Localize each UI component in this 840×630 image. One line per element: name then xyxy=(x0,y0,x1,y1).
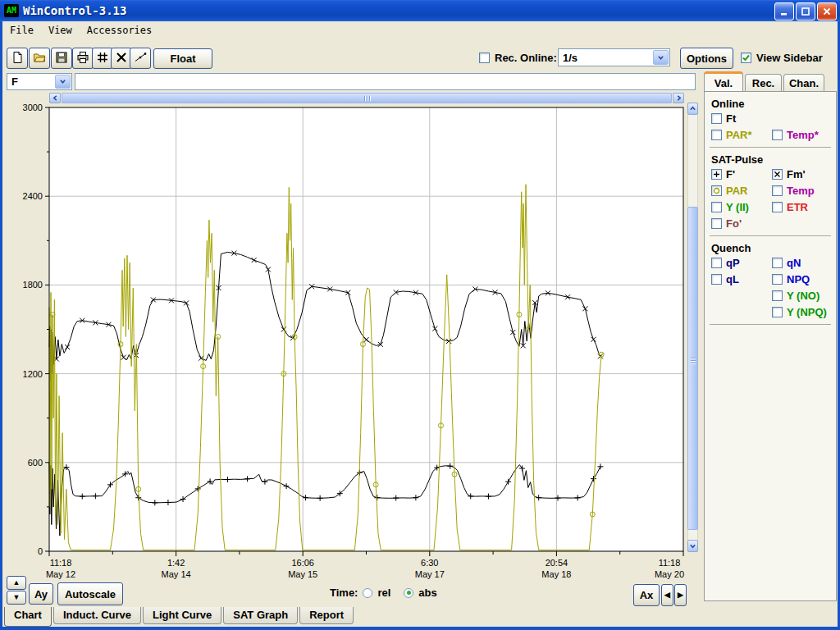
checkbox-etr[interactable] xyxy=(772,202,783,212)
interval-combobox[interactable]: 1/s xyxy=(558,48,670,66)
svg-text:May 12: May 12 xyxy=(46,569,75,579)
group-title-online: Online xyxy=(711,98,836,110)
label-npq: NPQ xyxy=(787,273,810,285)
menu-file[interactable]: File xyxy=(2,23,41,38)
label-temp: Temp xyxy=(787,185,815,197)
y-scale-down-button[interactable]: ▼ xyxy=(7,591,26,605)
tab-sat-graph[interactable]: SAT Graph xyxy=(223,607,298,624)
new-file-button[interactable] xyxy=(7,48,28,69)
time-rel-radio[interactable] xyxy=(363,588,372,598)
checkbox-qn[interactable] xyxy=(772,258,783,268)
group-title-sat-pulse: SAT-Pulse xyxy=(711,153,836,166)
interval-dropdown-button[interactable] xyxy=(653,50,669,65)
chevron-right-icon xyxy=(676,95,682,101)
h-thumb-grip xyxy=(364,95,370,101)
float-button-label: Float xyxy=(170,52,195,65)
checkbox-temp[interactable] xyxy=(772,185,783,196)
sidebar-tab-rec[interactable]: Rec. xyxy=(745,74,782,92)
menu-view[interactable]: View xyxy=(41,23,80,38)
sidebar-tab-val[interactable]: Val. xyxy=(704,71,743,92)
tab-light-curve[interactable]: Light Curve xyxy=(143,607,221,624)
group-title-quench: Quench xyxy=(711,242,836,254)
checkbox-row: PARTemp xyxy=(711,185,836,197)
save-icon xyxy=(55,51,68,66)
tab-report[interactable]: Report xyxy=(299,607,354,624)
x-scroll-left-button[interactable]: ◀ xyxy=(661,584,673,606)
checkbox-row: qPqN xyxy=(711,257,836,269)
checkbox-fm[interactable] xyxy=(772,169,783,180)
h-scroll-right-button[interactable] xyxy=(673,93,684,103)
checkbox-row: Y (NO) xyxy=(711,290,836,302)
channel-selector[interactable]: F xyxy=(7,73,72,90)
maximize-button[interactable] xyxy=(796,2,815,21)
checkbox-par[interactable] xyxy=(711,130,722,140)
svg-text:1800: 1800 xyxy=(23,280,43,290)
checkbox-yno[interactable] xyxy=(772,290,783,301)
h-scrollbar-thumb[interactable] xyxy=(62,93,672,103)
chart-v-scrollbar[interactable] xyxy=(687,103,698,552)
checkbox-ft[interactable] xyxy=(711,113,722,124)
ay-button[interactable]: Ay xyxy=(29,583,53,605)
checkbox-f[interactable] xyxy=(711,169,722,180)
v-scrollbar-thumb[interactable] xyxy=(687,207,698,530)
x-scroll-right-button[interactable]: ▶ xyxy=(674,584,687,606)
checkbox-row: F'Fm' xyxy=(711,168,836,180)
checkbox-qp[interactable] xyxy=(711,258,722,268)
triangle-left-icon: ◀ xyxy=(664,591,670,599)
chevron-down-icon xyxy=(60,79,66,84)
tab-chart[interactable]: Chart xyxy=(4,607,52,627)
svg-text:20:54: 20:54 xyxy=(546,558,568,568)
line-marker-button[interactable] xyxy=(130,48,151,69)
float-button[interactable]: Float xyxy=(153,48,212,69)
interval-value: 1/s xyxy=(559,52,652,64)
menu-accessories[interactable]: Accessories xyxy=(80,23,159,38)
checkbox-ql[interactable] xyxy=(711,274,722,285)
checkbox-ynpq[interactable] xyxy=(772,307,783,317)
save-button[interactable] xyxy=(51,48,72,69)
h-scroll-left-button[interactable] xyxy=(49,93,61,103)
open-file-button[interactable] xyxy=(29,48,50,69)
time-abs-radio[interactable] xyxy=(404,588,413,598)
grid-icon xyxy=(96,51,109,66)
checkbox-row: Fo' xyxy=(711,217,836,230)
v-scroll-up-button[interactable] xyxy=(687,103,698,115)
triangle-up-icon: ▲ xyxy=(13,579,21,587)
sidebar-tab-chan[interactable]: Chan. xyxy=(783,74,824,92)
rec-online-checkbox[interactable] xyxy=(479,52,490,63)
svg-text:3000: 3000 xyxy=(23,103,43,112)
checkbox-temp[interactable] xyxy=(772,130,783,140)
checkbox-yii[interactable] xyxy=(711,202,722,212)
triangle-right-icon: ▶ xyxy=(678,591,683,599)
window-title: WinControl-3.13 xyxy=(23,4,126,17)
autoscale-button[interactable]: Autoscale xyxy=(57,582,123,605)
minimize-button[interactable] xyxy=(774,2,794,21)
label-yno: Y (NO) xyxy=(787,290,819,302)
triangle-down-icon: ▼ xyxy=(13,594,21,601)
y-scale-up-button[interactable]: ▲ xyxy=(7,576,26,590)
svg-text:11:18: 11:18 xyxy=(659,558,681,568)
chevron-down-icon xyxy=(658,55,664,61)
title-bar[interactable]: AM WinControl-3.13 xyxy=(0,0,840,21)
tab-induct-curve[interactable]: Induct. Curve xyxy=(53,607,141,624)
channel-selector-dropdown-button[interactable] xyxy=(55,75,71,89)
annotation-field[interactable] xyxy=(75,73,696,90)
check-icon xyxy=(742,53,751,62)
ax-button[interactable]: Ax xyxy=(633,584,660,606)
print-button[interactable] xyxy=(72,48,94,69)
svg-text:1:42: 1:42 xyxy=(167,558,185,568)
v-scroll-down-button[interactable] xyxy=(687,540,698,552)
channel-selector-value: F xyxy=(7,75,54,88)
view-sidebar-checkbox[interactable] xyxy=(741,52,751,63)
checkbox-npq[interactable] xyxy=(772,274,783,285)
label-par: PAR* xyxy=(726,129,752,141)
label-temp: Temp* xyxy=(787,129,819,141)
options-button[interactable]: Options xyxy=(680,48,733,69)
close-button[interactable] xyxy=(817,2,837,21)
label-par: PAR xyxy=(726,185,747,197)
checkbox-par[interactable] xyxy=(711,185,722,196)
chart-h-scrollbar[interactable] xyxy=(49,93,684,103)
chevron-down-icon xyxy=(690,543,696,549)
label-qn: qN xyxy=(787,257,801,269)
label-f: F' xyxy=(726,168,735,180)
checkbox-fo[interactable] xyxy=(711,218,722,229)
